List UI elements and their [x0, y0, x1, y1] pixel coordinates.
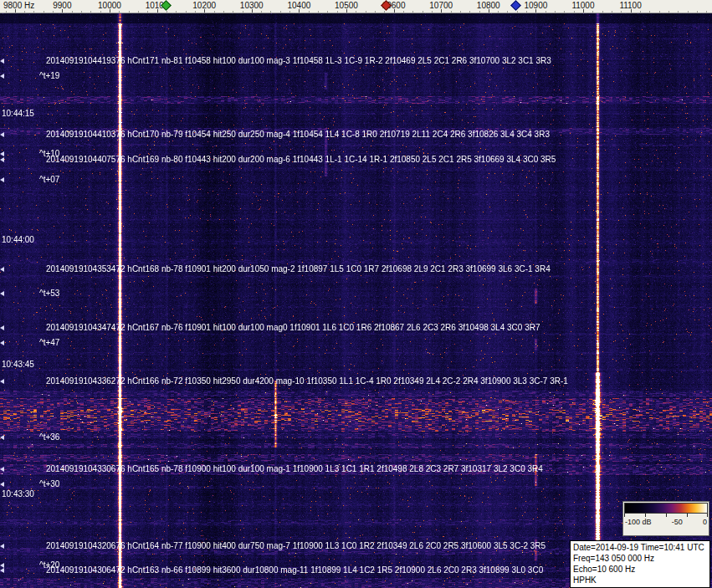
freq-tick [204, 9, 205, 13]
frequency-scale: 9800 Hz990010000101001020010300104001050… [0, 0, 712, 13]
info-echo-frequency: Echo=10 600 Hz [573, 564, 707, 575]
freq-tick [346, 9, 347, 13]
freq-minor-tick [214, 11, 215, 13]
freq-minor-tick [592, 11, 593, 13]
freq-minor-tick [706, 11, 707, 13]
freq-tick [489, 9, 489, 13]
freq-tick [299, 9, 300, 13]
freq-minor-tick [24, 11, 25, 13]
freq-minor-tick [186, 11, 187, 13]
freq-minor-tick [640, 11, 641, 13]
detection-log-text: 20140919104419376 hCnt171 nb-81 f10458 h… [46, 56, 551, 65]
event-edge-tick [0, 74, 4, 79]
freq-minor-tick [649, 11, 650, 13]
detection-log-text: 20140919104347472 hCnt167 nb-76 f10901 h… [46, 323, 540, 332]
detection-log-text: 20140919104336272 hCnt166 nb-72 f10350 h… [46, 376, 568, 386]
freq-minor-tick [498, 11, 499, 13]
legend-min-label: -100 dB [625, 518, 652, 526]
event-edge-tick [0, 544, 4, 549]
colormap-gradient-bar [624, 503, 708, 514]
overlay-layer: 10:44:1510:44:0010:43:4510:43:3020140919… [0, 13, 712, 588]
event-edge-tick [0, 467, 4, 472]
freq-minor-tick [195, 11, 196, 13]
freq-minor-tick [546, 11, 546, 13]
freq-minor-tick [44, 11, 44, 13]
detection-log-text: 20140919104410376 hCnt170 nb-79 f10454 h… [46, 130, 550, 139]
info-frequency: Freq=143 050 000 Hz [573, 553, 707, 564]
detection-log-text: 20140919104320676 hCnt164 nb-77 f10900 h… [46, 541, 546, 550]
freq-minor-tick [289, 11, 290, 13]
freq-tick [441, 9, 442, 13]
freq-minor-tick [6, 11, 7, 13]
freq-minor-tick [432, 11, 433, 13]
freq-minor-tick [479, 11, 480, 13]
freq-minor-tick [517, 11, 518, 13]
freq-minor-tick [375, 11, 376, 13]
legend-tick-marks [624, 514, 708, 518]
freq-minor-tick [327, 11, 328, 13]
event-edge-tick [0, 59, 4, 64]
freq-minor-tick [356, 11, 356, 13]
freq-minor-tick [223, 11, 224, 13]
detection-log-text: 20140919104353472 hCnt168 nb-78 f10901 h… [46, 264, 551, 274]
freq-minor-tick [309, 11, 310, 13]
freq-tick [157, 9, 158, 13]
freq-tick [535, 9, 536, 13]
freq-minor-tick [318, 11, 319, 13]
detection-time-mark: ^t+47 [39, 338, 59, 347]
freq-minor-tick [176, 11, 177, 13]
freq-minor-tick [668, 11, 669, 13]
freq-minor-tick [81, 11, 82, 13]
freq-minor-tick [412, 11, 413, 13]
status-info-box: Date=2014-09-19 Time=10:41 UTC Freq=143 … [570, 540, 710, 588]
info-date-time: Date=2014-09-19 Time=10:41 UTC [573, 542, 707, 553]
time-axis-label: 10:44:15 [2, 109, 34, 118]
event-edge-tick [0, 151, 4, 156]
event-edge-tick [0, 482, 4, 487]
freq-tick-label: 9800 Hz [3, 1, 34, 10]
freq-minor-tick [384, 11, 385, 13]
detection-log-text: 20140919104330676 hCnt165 nb-78 f10900 h… [46, 464, 543, 473]
freq-minor-tick [261, 11, 262, 13]
event-edge-tick [0, 157, 4, 162]
event-edge-tick [0, 291, 4, 296]
freq-minor-tick [119, 11, 120, 13]
freq-minor-tick [564, 11, 565, 13]
freq-minor-tick [72, 11, 73, 13]
freq-minor-tick [100, 11, 101, 13]
legend-mid-label: -50 [672, 518, 683, 526]
freq-minor-tick [138, 11, 139, 13]
legend-max-label: 0 [703, 518, 707, 526]
freq-minor-tick [612, 11, 612, 13]
time-axis-label: 10:43:30 [2, 489, 34, 499]
freq-minor-tick [233, 11, 233, 13]
legend-labels: -100 dB -50 0 [623, 518, 709, 526]
time-axis-label: 10:44:00 [2, 235, 34, 244]
freq-minor-tick [697, 11, 698, 13]
freq-tick [110, 9, 110, 13]
freq-minor-tick [243, 11, 243, 13]
detection-time-mark: ^t+36 [39, 432, 59, 442]
freq-tick [252, 9, 253, 13]
freq-minor-tick [574, 11, 575, 13]
freq-minor-tick [280, 11, 281, 13]
freq-minor-tick [678, 11, 679, 13]
freq-minor-tick [688, 11, 689, 13]
marker-diamond-blue[interactable] [510, 0, 521, 11]
event-edge-tick [0, 435, 4, 440]
detection-log-text: 20140919104306472 hCnt163 nb-66 f10899 h… [46, 565, 543, 575]
freq-tick [394, 9, 395, 13]
info-station-code: HPHK [573, 575, 707, 585]
freq-minor-tick [460, 11, 461, 13]
detection-log-text: 20140919104407576 hCnt169 nb-80 f10443 h… [46, 155, 556, 164]
event-edge-tick [0, 379, 4, 384]
freq-tick [583, 9, 584, 13]
freq-minor-tick [90, 11, 91, 13]
freq-minor-tick [270, 11, 271, 13]
detection-time-mark: ^t+07 [39, 175, 59, 184]
event-edge-tick [0, 340, 4, 345]
freq-minor-tick [166, 11, 167, 13]
time-axis-label: 10:43:45 [2, 360, 34, 369]
detection-time-mark: ^t+30 [39, 479, 59, 488]
detection-time-mark: ^t+19 [39, 71, 59, 80]
